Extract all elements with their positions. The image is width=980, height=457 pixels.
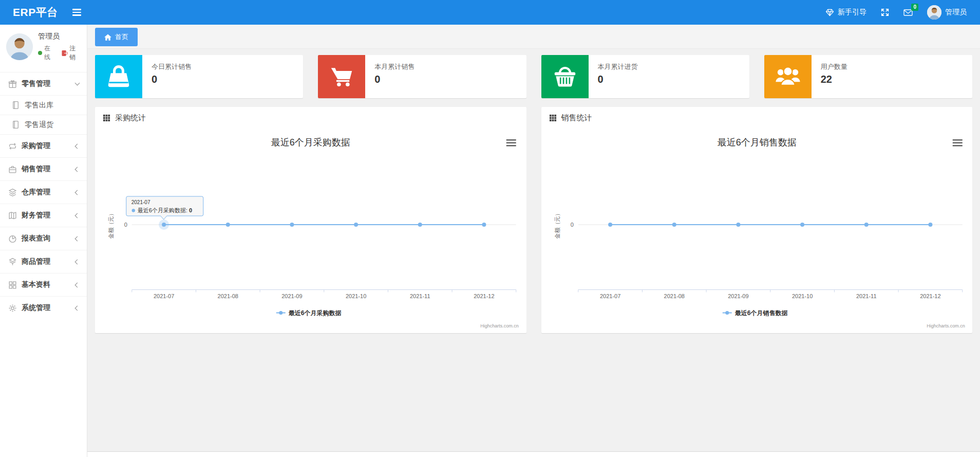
fullscreen-button[interactable] xyxy=(881,8,889,16)
sidebar-item-retail-outbound[interactable]: 零售出库 xyxy=(0,95,87,115)
purchase-line-chart: 最近6个月采购数据 金额（元） 0 2021-072021-082021-092… xyxy=(95,129,526,332)
svg-text:2021-07: 2021-07 xyxy=(154,293,174,299)
y-axis-tick: 0 xyxy=(570,222,573,228)
navbar-username: 管理员 xyxy=(945,8,967,17)
grid-icon xyxy=(8,281,17,289)
sidebar-menu: 零售管理 零售出库 零售退货 采购管理 销售管理 xyxy=(0,72,87,319)
home-icon xyxy=(104,34,111,41)
user-menu[interactable]: 管理员 xyxy=(927,5,967,20)
cart-icon xyxy=(318,55,365,98)
sidebar: 管理员 在线 注销 零售管理 xyxy=(0,25,87,457)
chart-tooltip: 2021-07 最近6个月采购数据: 0 xyxy=(126,196,203,220)
tab-bar: 首页 xyxy=(87,25,980,49)
svg-text:2021-07: 2021-07 xyxy=(131,199,150,205)
sidebar-item-basic-data[interactable]: 基本资料 xyxy=(0,273,87,296)
panel-title: 采购统计 xyxy=(115,113,146,123)
sidebar-item-retail[interactable]: 零售管理 xyxy=(0,72,87,95)
avatar xyxy=(6,33,33,60)
sidebar-toggle-icon[interactable] xyxy=(67,5,86,20)
sidebar-item-finance[interactable]: 财务管理 xyxy=(0,204,87,227)
online-status-label: 在线 xyxy=(44,44,56,62)
svg-text:2021-10: 2021-10 xyxy=(346,293,366,299)
pie-chart-icon xyxy=(8,234,17,243)
svg-text:2021-07: 2021-07 xyxy=(599,293,620,299)
box-icon xyxy=(8,258,17,266)
logout-icon xyxy=(62,50,68,57)
svg-text:2021-11: 2021-11 xyxy=(410,293,430,299)
legend-label: 最近6个月采购数据 xyxy=(289,309,342,317)
sidebar-item-goods[interactable]: 商品管理 xyxy=(0,250,87,273)
stat-label: 本月累计销售 xyxy=(374,62,414,71)
mail-count-badge: 0 xyxy=(911,4,918,11)
stat-value: 0 xyxy=(152,74,192,85)
y-axis-tick: 0 xyxy=(124,222,127,228)
bag-icon xyxy=(95,55,142,98)
guide-label: 新手引导 xyxy=(838,8,866,17)
sidebar-item-reports[interactable]: 报表查询 xyxy=(0,227,87,250)
book-icon xyxy=(8,211,17,220)
y-axis-title: 金额（元） xyxy=(554,211,560,239)
stat-card-month-sales: 本月累计销售 0 xyxy=(318,55,526,98)
chevron-left-icon xyxy=(75,236,80,241)
chart-title: 最近6个月销售数据 xyxy=(717,137,796,148)
svg-text:2021-12: 2021-12 xyxy=(474,293,494,299)
stat-value: 0 xyxy=(598,74,638,85)
footer xyxy=(87,451,980,457)
legend-item[interactable]: 最近6个月采购数据 xyxy=(276,309,342,317)
gear-icon xyxy=(8,304,17,313)
svg-text:2021-08: 2021-08 xyxy=(664,293,684,299)
stat-card-user-count: 用户数量 22 xyxy=(764,55,972,98)
online-status-icon xyxy=(38,51,42,55)
chevron-left-icon xyxy=(75,190,80,195)
chevron-left-icon xyxy=(75,282,80,287)
sidebar-item-purchase[interactable]: 采购管理 xyxy=(0,134,87,157)
svg-text:2021-09: 2021-09 xyxy=(728,293,748,299)
chart-series xyxy=(608,223,932,227)
gem-icon xyxy=(825,9,834,16)
app-logo: ERP平台 xyxy=(0,5,67,20)
legend-label: 最近6个月销售数据 xyxy=(734,309,787,317)
panel-title: 销售统计 xyxy=(561,113,592,123)
layers-icon xyxy=(8,188,17,197)
th-grid-icon xyxy=(103,114,110,122)
user-panel: 管理员 在线 注销 xyxy=(0,25,87,70)
highcharts-credits: Highcharts.com.cn xyxy=(927,323,965,328)
legend-item[interactable]: 最近6个月销售数据 xyxy=(722,309,787,317)
logout-link[interactable]: 注销 xyxy=(62,44,82,62)
svg-text:2021-11: 2021-11 xyxy=(856,293,876,299)
guide-button[interactable]: 新手引导 xyxy=(825,8,866,17)
briefcase-icon xyxy=(8,165,17,174)
messages-button[interactable]: 0 xyxy=(903,8,913,16)
highcharts-credits: Highcharts.com.cn xyxy=(480,323,519,328)
sales-stats-panel: 销售统计 最近6个月销售数据 金额（元） 0 2021-072021-08202… xyxy=(541,107,973,333)
svg-text:最近6个月采购数据: 0: 最近6个月采购数据: 0 xyxy=(138,207,192,213)
sidebar-item-system[interactable]: 系统管理 xyxy=(0,296,87,319)
tab-home[interactable]: 首页 xyxy=(95,28,138,46)
journal-icon xyxy=(11,101,20,109)
avatar xyxy=(927,5,941,20)
chevron-left-icon xyxy=(75,213,80,218)
chart-context-menu-button[interactable] xyxy=(952,139,962,147)
sidebar-username: 管理员 xyxy=(38,32,82,41)
sidebar-item-sales[interactable]: 销售管理 xyxy=(0,157,87,180)
x-axis-labels: 2021-072021-082021-092021-102021-112021-… xyxy=(154,293,495,299)
sales-line-chart: 最近6个月销售数据 金额（元） 0 2021-072021-082021-092… xyxy=(541,129,973,332)
x-axis-labels: 2021-072021-082021-092021-102021-112021-… xyxy=(599,293,940,299)
journal-icon xyxy=(11,120,20,129)
chevron-down-icon xyxy=(75,80,80,85)
stat-card-month-purchase: 本月累计进货 0 xyxy=(541,55,749,98)
svg-text:2021-08: 2021-08 xyxy=(218,293,238,299)
svg-text:2021-09: 2021-09 xyxy=(281,293,302,299)
users-icon xyxy=(764,55,812,98)
main-content: 首页 今日累计销售 0 xyxy=(87,25,980,457)
stat-card-today-sales: 今日累计销售 0 xyxy=(95,55,303,98)
sidebar-item-warehouse[interactable]: 仓库管理 xyxy=(0,180,87,204)
stat-value: 0 xyxy=(374,74,414,85)
chart-context-menu-button[interactable] xyxy=(506,139,516,147)
top-navbar: ERP平台 新手引导 0 xyxy=(0,0,980,25)
stat-label: 今日累计销售 xyxy=(152,62,192,71)
chart-series xyxy=(159,220,486,230)
chevron-left-icon xyxy=(75,305,80,310)
stat-value: 22 xyxy=(821,74,847,85)
sidebar-item-retail-return[interactable]: 零售退货 xyxy=(0,115,87,134)
